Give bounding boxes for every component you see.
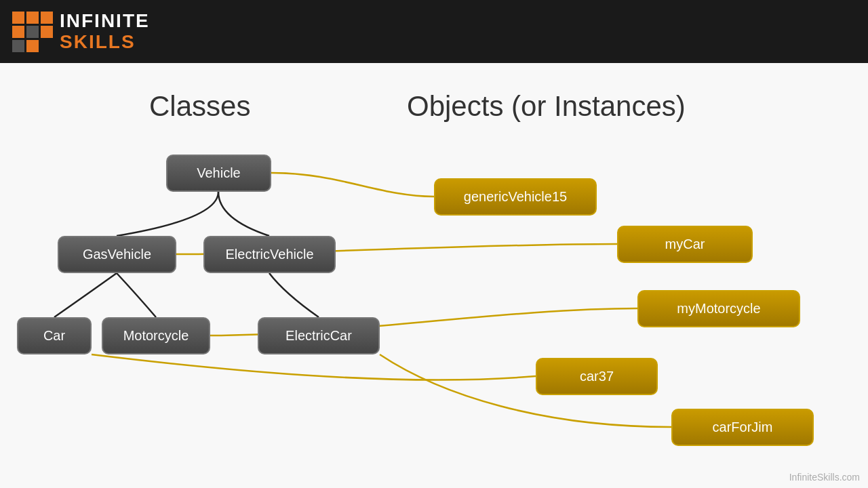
watermark: InfiniteSkills.com bbox=[789, 472, 860, 483]
instance-genericvehicle15: genericVehicle15 bbox=[434, 178, 597, 216]
instance-mycar: myCar bbox=[617, 226, 753, 263]
logo-sq bbox=[26, 26, 39, 38]
class-motorcycle: Motorcycle bbox=[102, 317, 210, 354]
logo-sq bbox=[41, 40, 53, 52]
logo-grid bbox=[12, 12, 53, 52]
header: INFINITE SKILLS bbox=[0, 0, 868, 63]
logo-text: INFINITE SKILLS bbox=[60, 11, 150, 53]
logo-sq bbox=[12, 26, 24, 38]
logo-sq bbox=[41, 12, 53, 24]
objects-heading: Objects (or Instances) bbox=[407, 90, 686, 123]
instance-mymotorcycle: myMotorcycle bbox=[637, 290, 800, 327]
logo-sq bbox=[26, 40, 39, 52]
logo-sq bbox=[26, 12, 39, 24]
logo-sq bbox=[12, 12, 24, 24]
class-electriccar: ElectricCar bbox=[258, 317, 380, 354]
class-vehicle: Vehicle bbox=[166, 155, 271, 192]
main-content: Classes Objects (or Instances) Vehicle G… bbox=[0, 63, 868, 488]
logo-sq bbox=[41, 26, 53, 38]
logo-sq bbox=[12, 40, 24, 52]
class-electricvehicle: ElectricVehicle bbox=[203, 236, 336, 273]
instance-car37: car37 bbox=[536, 358, 658, 395]
brand-line2: SKILLS bbox=[60, 32, 150, 53]
instance-carforjim: carForJim bbox=[671, 409, 814, 446]
class-gasvehicle: GasVehicle bbox=[58, 236, 176, 273]
brand-line1: INFINITE bbox=[60, 11, 150, 32]
classes-heading: Classes bbox=[149, 90, 250, 123]
class-car: Car bbox=[17, 317, 92, 354]
logo: INFINITE SKILLS bbox=[12, 11, 150, 53]
